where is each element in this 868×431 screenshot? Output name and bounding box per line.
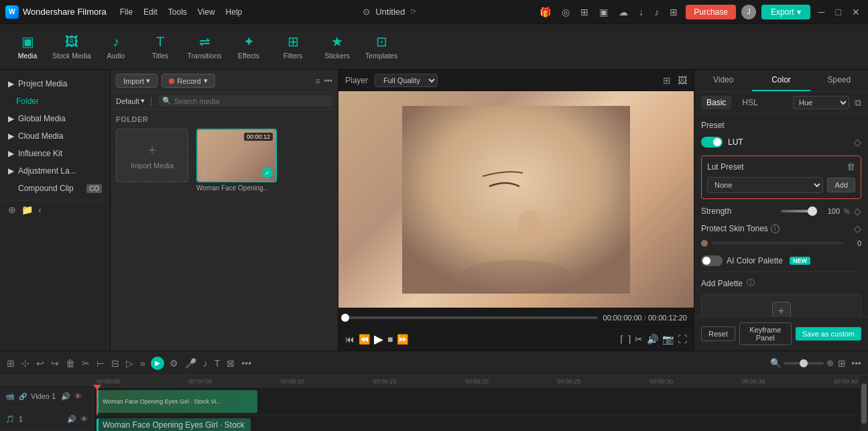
toolbar-transitions[interactable]: ⇌ Transitions	[184, 27, 225, 66]
default-sort-button[interactable]: Default ▾	[116, 97, 145, 105]
sidebar-item-cloud-media[interactable]: ▶ Cloud Media	[0, 127, 110, 145]
purchase-button[interactable]: Purchase	[686, 5, 736, 19]
track-content[interactable]: 00:00:00 00:00:05 00:00:10 00:00:15 00:0…	[94, 375, 860, 431]
sidebar-item-influence-kit[interactable]: ▶ Influence Kit	[0, 145, 110, 162]
sidebar-item-adjustment[interactable]: ▶ Adjustment La...	[0, 162, 110, 180]
folder-icon[interactable]: 📁	[21, 204, 33, 215]
add-palette-button[interactable]: +	[772, 302, 791, 316]
tl-delete-icon[interactable]: 🗑	[64, 357, 76, 370]
bell-icon[interactable]: ♪	[652, 5, 662, 19]
tl-layout-icon[interactable]: ⊞	[5, 357, 16, 370]
filter-icon[interactable]: ≡	[315, 76, 320, 86]
monitor-icon[interactable]: ▣	[597, 5, 611, 19]
tl-play-icon[interactable]: ▶	[151, 357, 164, 370]
keyframe-panel-button[interactable]: Keyframe Panel	[739, 322, 792, 345]
step-back-icon[interactable]: ⏪	[359, 334, 370, 345]
media-tile-0[interactable]: 00:00:12 ⊞ ✓ Woman Face Opening...	[196, 129, 277, 192]
menu-tools[interactable]: Tools	[168, 7, 187, 17]
add-lut-button[interactable]: Add	[827, 178, 855, 192]
menu-help[interactable]: Help	[226, 7, 243, 17]
lut-toggle[interactable]	[701, 137, 723, 147]
tl-undo-icon[interactable]: ↩	[35, 357, 46, 370]
tab-speed[interactable]: Speed	[810, 70, 868, 91]
tl-eye-icon[interactable]: 👁	[74, 392, 82, 400]
tl-voice-icon[interactable]: ♪	[202, 357, 209, 370]
screen-icon[interactable]: ⊞	[578, 5, 591, 19]
toolbar-audio[interactable]: ♪ Audio	[95, 27, 137, 66]
progress-bar[interactable]	[345, 316, 598, 319]
zoom-out-icon[interactable]: 🔍	[770, 358, 781, 368]
folder-plus-icon[interactable]: ⊕	[8, 204, 16, 215]
zoom-in-icon[interactable]: ⊕	[826, 358, 834, 368]
compare-icon[interactable]: ⧉	[855, 97, 861, 109]
fullscreen-icon[interactable]: ⛶	[678, 334, 687, 345]
tl-eye2-icon[interactable]: 👁	[80, 415, 88, 423]
tl-more2-icon[interactable]: •••	[240, 357, 253, 370]
more-icon[interactable]: •••	[324, 76, 332, 86]
import-media-tile[interactable]: + Import Media	[116, 129, 188, 182]
lut-diamond-icon[interactable]: ◇	[854, 137, 861, 147]
tl-cut-icon[interactable]: ✂	[80, 357, 91, 370]
tl-split-icon[interactable]: ⊢	[95, 357, 106, 370]
export-button[interactable]: Export ▾	[761, 5, 810, 19]
image-view-icon[interactable]: 🖼	[678, 75, 687, 86]
tab-color[interactable]: Color	[752, 70, 810, 91]
hsl-color-select[interactable]: Hue Saturation Luminance	[793, 96, 849, 109]
aim-icon[interactable]: ◎	[559, 5, 572, 19]
sidebar-item-project-media[interactable]: ▶ Project Media	[0, 75, 110, 93]
sidebar-item-compound-clip[interactable]: ▶ Compound Clip CO	[0, 180, 110, 197]
clip-icon[interactable]: ✂	[635, 334, 643, 345]
tl-speed-icon[interactable]: ▷	[125, 357, 135, 370]
maximize-icon[interactable]: □	[833, 5, 844, 19]
sidebar-item-folder[interactable]: Folder	[0, 93, 110, 110]
reset-button[interactable]: Reset	[701, 326, 735, 341]
tl-settings-icon[interactable]: ⚙	[168, 357, 180, 370]
menu-edit[interactable]: Edit	[143, 7, 158, 17]
grid-view-toggle[interactable]: ⊞	[836, 357, 847, 370]
speaker-icon[interactable]: 🔊	[647, 334, 658, 345]
toolbar-media[interactable]: ▣ Media	[7, 27, 48, 66]
gift-icon[interactable]: 🎁	[537, 5, 554, 19]
trash-icon[interactable]: 🗑	[847, 162, 855, 172]
play-icon[interactable]: ▶	[374, 332, 383, 347]
import-button[interactable]: Import ▾	[116, 74, 158, 88]
search-input[interactable]	[174, 97, 329, 105]
download-icon[interactable]: ↓	[636, 5, 646, 19]
grid-view-icon[interactable]: ⊞	[663, 75, 671, 86]
ai-palette-toggle[interactable]	[701, 255, 723, 266]
more-options-icon[interactable]: •••	[850, 357, 863, 370]
menu-file[interactable]: File	[120, 7, 133, 17]
toolbar-filters[interactable]: ⊞ Filters	[272, 27, 314, 66]
zoom-slider[interactable]	[784, 362, 824, 365]
timeline-scrollbar[interactable]	[860, 375, 868, 431]
tl-mute-icon[interactable]: 🔊	[67, 415, 76, 424]
tl-speaker-icon[interactable]: 🔊	[61, 392, 70, 401]
subtab-basic[interactable]: Basic	[701, 96, 731, 109]
cloud-save-icon[interactable]: ☁	[616, 5, 631, 19]
mark-in-icon[interactable]: ⌈	[620, 334, 623, 345]
save-as-custom-button[interactable]: Save as custom	[796, 327, 861, 341]
tl-mic-icon[interactable]: 🎤	[184, 357, 198, 370]
tl-magnet-icon[interactable]: ⊹	[20, 357, 31, 370]
mark-out-icon[interactable]: ⌉	[627, 334, 631, 345]
toolbar-templates[interactable]: ⊡ Templates	[361, 27, 402, 66]
grid-icon[interactable]: ⊞	[667, 5, 680, 19]
toolbar-stickers[interactable]: ★ Stickers	[316, 27, 358, 66]
user-avatar[interactable]: J	[741, 5, 756, 19]
protect-skin-diamond-icon[interactable]: ◇	[854, 223, 861, 234]
tl-crop-icon[interactable]: ⊟	[110, 357, 121, 370]
tl-text-icon[interactable]: T	[213, 357, 222, 370]
quality-select[interactable]: Full Quality 1/2 Quality 1/4 Quality	[375, 74, 438, 87]
skip-back-icon[interactable]: ⏮	[345, 334, 355, 345]
stop-icon[interactable]: ■	[387, 334, 393, 345]
close-icon[interactable]: ✕	[849, 5, 863, 19]
minimize-icon[interactable]: ─	[816, 5, 828, 19]
subtab-hsl[interactable]: HSL	[737, 96, 763, 109]
tl-redo-icon[interactable]: ↪	[50, 357, 60, 370]
video-clip-audio-0[interactable]: Woman Face Opening Eyes Girl · Stock Vi.…	[97, 418, 251, 431]
tl-more-icon[interactable]: »	[139, 357, 147, 370]
strength-slider[interactable]	[781, 210, 817, 212]
tab-video[interactable]: Video	[694, 70, 752, 91]
step-fwd-icon[interactable]: ⏩	[397, 334, 408, 345]
skin-slider[interactable]	[712, 242, 844, 245]
